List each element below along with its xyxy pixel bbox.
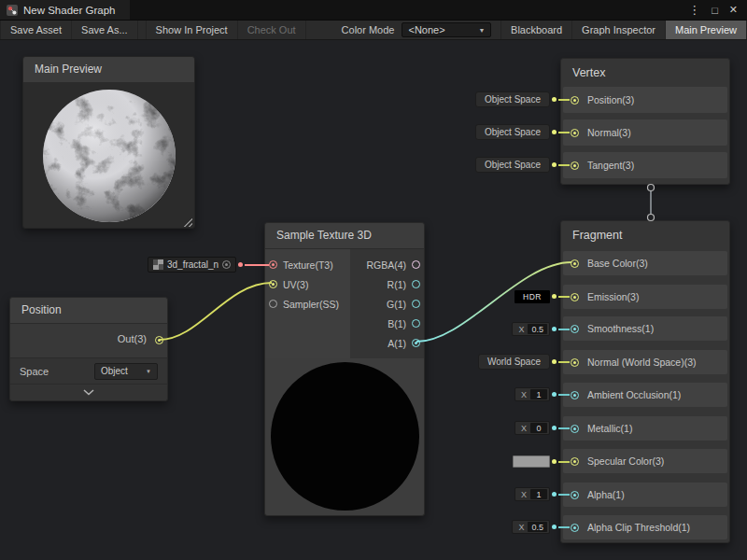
metallic-block[interactable]: Metallic(1): [563, 416, 727, 441]
metallic-field-wrap: X 0: [514, 420, 570, 436]
smoothness-field-wrap: X 0.5: [512, 321, 570, 337]
position-port[interactable]: [571, 96, 579, 105]
block-label: Emission(3): [587, 291, 639, 302]
save-asset-button[interactable]: Save Asset: [0, 21, 72, 39]
alpha-clip-threshold-port[interactable]: [571, 524, 579, 532]
subport-dot: [552, 392, 557, 397]
texture-chip-label: 3d_fractal_n: [167, 259, 218, 270]
vertex-normal-block[interactable]: Normal(3): [563, 119, 727, 146]
g-output-port[interactable]: [412, 300, 420, 308]
field-value[interactable]: 0.5: [528, 522, 547, 532]
position-node-header[interactable]: Position: [10, 298, 167, 324]
vertex-position-space-chip[interactable]: Object Space: [475, 91, 550, 107]
graph-inspector-button[interactable]: Graph Inspector: [572, 21, 666, 39]
smoothness-block[interactable]: Smoothness(1): [563, 316, 727, 341]
normal-space-chip[interactable]: World Space: [478, 354, 550, 370]
r-output-port[interactable]: [412, 280, 420, 288]
tab-bar: New Shader Graph ⋮ □ ✕: [0, 0, 747, 21]
port-label: B(1): [388, 318, 406, 329]
normal-port[interactable]: [571, 129, 579, 137]
resize-handle[interactable]: [183, 217, 192, 227]
position-out-port[interactable]: [155, 336, 163, 344]
port-label: UV(3): [283, 279, 308, 290]
emission-color-field[interactable]: HDR: [514, 290, 550, 303]
field-value[interactable]: 1: [530, 489, 547, 499]
position-node[interactable]: Position Out(3) Space Object ▼: [9, 297, 168, 401]
window-menu-icon[interactable]: ⋮: [688, 3, 700, 17]
check-out-button: Check Out: [238, 21, 306, 39]
normal-ws-port[interactable]: [571, 358, 579, 367]
dropdown-arrow-icon: ▼: [479, 27, 486, 34]
field-value[interactable]: 0: [530, 423, 547, 433]
subport-dot: [552, 97, 557, 102]
metallic-port[interactable]: [571, 425, 579, 433]
normal-block[interactable]: Normal (World Space)(3): [563, 350, 727, 374]
main-preview-panel[interactable]: Main Preview: [22, 56, 195, 229]
ambient-occlusion-block[interactable]: Ambient Occlusion(1): [563, 383, 727, 407]
alpha-field[interactable]: X 1: [514, 487, 550, 501]
subport-dot: [552, 130, 557, 134]
sample-texture-3d-node[interactable]: Sample Texture 3D Texture(T3) UV(3) Samp…: [264, 222, 425, 516]
uv-input-port[interactable]: [269, 280, 277, 288]
space-dropdown[interactable]: Object ▼: [94, 363, 158, 380]
port-label: RGBA(4): [366, 259, 406, 271]
vertex-context-node[interactable]: Vertex Position(3) Normal(3) Tangent(3): [560, 58, 730, 185]
subwire: [558, 296, 570, 298]
sample-node-title: Sample Texture 3D: [276, 229, 372, 242]
ambient-occlusion-field[interactable]: X 1: [514, 387, 550, 401]
show-in-project-button[interactable]: Show In Project: [146, 21, 238, 39]
shader-graph-tab[interactable]: New Shader Graph: [0, 0, 130, 20]
alpha-clip-threshold-field[interactable]: X 0.5: [512, 520, 550, 534]
save-as-button[interactable]: Save As...: [72, 21, 138, 39]
vertex-normal-space-chip-wrap: Object Space: [475, 124, 570, 140]
specular-color-port[interactable]: [571, 457, 579, 466]
smoothness-field[interactable]: X 0.5: [512, 322, 550, 336]
vertex-tangent-block[interactable]: Tangent(3): [563, 152, 727, 178]
color-mode-dropdown[interactable]: <None> ▼: [402, 22, 491, 37]
sampler-input-port[interactable]: [269, 300, 277, 308]
fragment-context-node[interactable]: Fragment Base Color(3) Emission(3) Smoot…: [560, 220, 730, 543]
sample-node-header[interactable]: Sample Texture 3D: [265, 223, 424, 249]
color-mode-label: Color Mode: [334, 21, 402, 39]
maximize-icon[interactable]: □: [712, 5, 718, 16]
tangent-port[interactable]: [571, 161, 579, 170]
object-picker-icon[interactable]: [222, 260, 231, 269]
specular-color-field[interactable]: [513, 455, 550, 468]
specular-color-block[interactable]: Specular Color(3): [563, 449, 727, 473]
preview-sphere[interactable]: [41, 88, 177, 224]
close-icon[interactable]: ✕: [729, 4, 738, 16]
emission-port[interactable]: [571, 293, 579, 301]
ambient-occlusion-port[interactable]: [571, 391, 579, 399]
chevron-down-icon: [83, 389, 94, 396]
subwire: [558, 526, 570, 528]
block-label: Metallic(1): [587, 423, 632, 434]
alpha-clip-threshold-block[interactable]: Alpha Clip Threshold(1): [563, 515, 727, 539]
subport-dot: [552, 327, 557, 331]
main-preview-button[interactable]: Main Preview: [666, 21, 747, 39]
field-value[interactable]: 0.5: [528, 324, 547, 334]
port-label: Texture(T3): [283, 259, 333, 271]
vertex-tangent-space-chip[interactable]: Object Space: [475, 157, 550, 173]
main-preview-header[interactable]: Main Preview: [23, 57, 194, 83]
metallic-field[interactable]: X 0: [514, 421, 550, 435]
smoothness-port[interactable]: [571, 325, 579, 333]
texture-input-port[interactable]: [269, 260, 277, 269]
alpha-port[interactable]: [571, 491, 579, 499]
blackboard-button[interactable]: Blackboard: [500, 21, 572, 39]
b-output-port[interactable]: [412, 319, 420, 328]
rgba-output-port[interactable]: [412, 260, 420, 269]
base-color-block[interactable]: Base Color(3): [563, 251, 727, 275]
out-port-label: Out(3): [118, 333, 147, 344]
field-value[interactable]: 1: [530, 389, 547, 399]
texture-asset-chip[interactable]: 3d_fractal_n: [148, 257, 236, 273]
vertex-normal-space-chip[interactable]: Object Space: [475, 124, 550, 140]
emission-block[interactable]: Emission(3): [563, 285, 727, 309]
a-output-port[interactable]: [412, 339, 420, 347]
subwire: [558, 461, 570, 463]
collapse-toggle[interactable]: [10, 384, 167, 400]
base-color-port[interactable]: [571, 259, 579, 268]
subwire: [558, 132, 570, 133]
shader-graph-icon: [7, 5, 18, 16]
vertex-position-block[interactable]: Position(3): [563, 87, 727, 113]
alpha-block[interactable]: Alpha(1): [563, 483, 727, 507]
